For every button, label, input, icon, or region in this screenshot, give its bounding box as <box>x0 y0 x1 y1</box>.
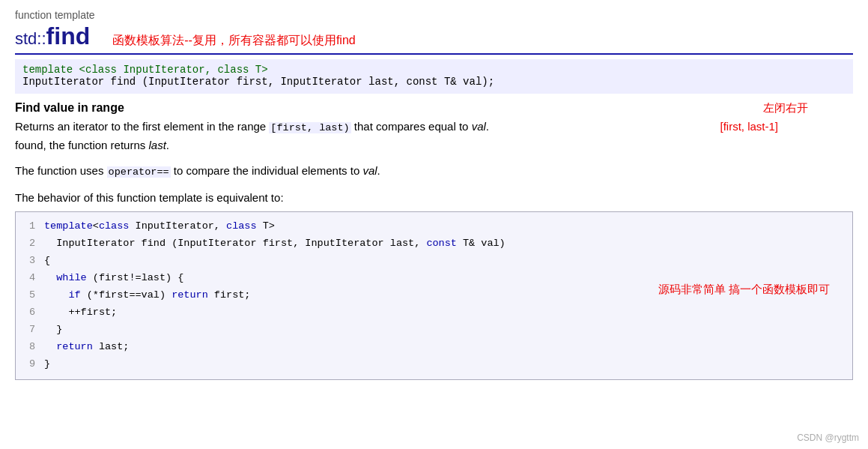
line-number: 6 <box>23 304 44 322</box>
blue-divider <box>15 53 853 55</box>
equiv-line: The behavior of this function template i… <box>15 189 853 207</box>
desc1-range: [first, last) <box>269 122 350 133</box>
op-val: val <box>362 164 377 177</box>
title-row: std::find 函数模板算法--复用，所有容器都可以使用find <box>15 22 853 50</box>
op-end: . <box>377 164 380 177</box>
code-line: 1template<class InputIterator, class T> <box>23 218 845 235</box>
code-line: 9} <box>23 356 845 373</box>
op-post: to compare the individual elements to <box>171 164 363 177</box>
section-title: Find value in range <box>15 101 124 114</box>
line-content: } <box>44 356 845 373</box>
line-content: InputIterator find (InputIterator first,… <box>44 235 845 253</box>
code-block: 源码非常简单 搞一个函数模板即可 1template<class InputIt… <box>15 211 853 379</box>
line-content: { <box>44 253 845 270</box>
signature-box: template <class InputIterator, class T> … <box>15 59 853 94</box>
line-number: 7 <box>23 322 44 339</box>
desc2-pre: found, the function returns <box>15 139 148 151</box>
find-text: find <box>46 22 91 49</box>
annotation-left-closed: 左闭右开 <box>763 101 808 115</box>
desc-line1-wrap: Returns an iterator to the first element… <box>15 118 853 136</box>
line-number: 1 <box>23 218 44 235</box>
section-header: Find value in range 左闭右开 <box>15 101 853 115</box>
code-line: 7 } <box>23 322 845 339</box>
desc1-pre: Returns an iterator to the first element… <box>15 120 269 133</box>
annotation-range: [first, last-1] <box>720 118 778 136</box>
line-content: return last; <box>44 339 845 356</box>
desc-line2: found, the function returns last. <box>15 136 853 154</box>
function-label: function template <box>15 9 853 21</box>
code-line: 8 return last; <box>23 339 845 356</box>
std-prefix: std:: <box>15 29 46 48</box>
line-content: ++first; <box>44 304 845 322</box>
title-description: 函数模板算法--复用，所有容器都可以使用find <box>112 33 355 49</box>
desc1-val: val <box>472 120 486 133</box>
desc1-post: that compares equal to <box>351 120 472 133</box>
line-number: 9 <box>23 356 44 373</box>
description-block: Returns an iterator to the first element… <box>15 118 853 154</box>
code-annotation: 源码非常简单 搞一个函数模板即可 <box>658 280 830 299</box>
desc2-end: . <box>166 139 169 151</box>
code-line: 6 ++first; <box>23 304 845 322</box>
signature-line1: template <class InputIterator, class T> <box>22 64 846 76</box>
desc2-last: last <box>148 139 166 151</box>
operator-line: The function uses operator== to compare … <box>15 162 853 181</box>
std-find-title: std::find <box>15 22 90 50</box>
op-code: operator== <box>107 166 171 178</box>
op-pre: The function uses <box>15 164 107 177</box>
line-number: 8 <box>23 339 44 356</box>
line-number: 3 <box>23 253 44 270</box>
line-content: } <box>44 322 845 339</box>
watermark: CSDN @rygttm <box>797 433 859 443</box>
desc1-end: . <box>486 120 489 133</box>
code-line: 3{ <box>23 253 845 270</box>
line-number: 4 <box>23 270 44 287</box>
code-line: 2 InputIterator find (InputIterator firs… <box>23 235 845 253</box>
line-number: 2 <box>23 235 44 253</box>
line-number: 5 <box>23 287 44 304</box>
signature-line2: InputIterator find (InputIterator first,… <box>22 76 846 88</box>
line-content: template<class InputIterator, class T> <box>44 218 845 235</box>
